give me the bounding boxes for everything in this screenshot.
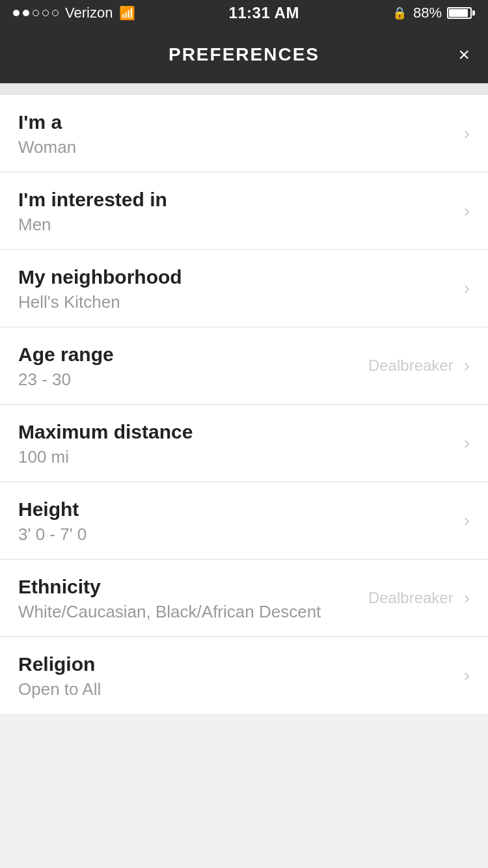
battery-percentage: 88% xyxy=(413,5,442,21)
lock-icon: 🔒 xyxy=(392,6,407,20)
chevron-icon-max-distance: › xyxy=(464,433,470,454)
pref-item-religion[interactable]: ReligionOpen to All› xyxy=(0,637,488,714)
pref-label-max-distance: Maximum distance xyxy=(18,419,464,444)
page-title: PREFERENCES xyxy=(169,44,319,65)
pref-right-ethnicity: Dealbreaker› xyxy=(368,588,470,608)
chevron-icon-religion: › xyxy=(464,665,470,686)
pref-left-height: Height3' 0 - 7' 0 xyxy=(18,496,464,545)
pref-right-religion: › xyxy=(464,665,470,686)
status-right: 🔒 88% xyxy=(392,5,475,21)
battery-icon xyxy=(447,7,475,19)
pref-right-interested-in: › xyxy=(464,200,470,221)
pref-right-neighborhood: › xyxy=(464,278,470,299)
pref-label-religion: Religion xyxy=(18,651,464,677)
pref-left-max-distance: Maximum distance100 mi xyxy=(18,419,464,467)
pref-left-ethnicity: EthnicityWhite/Caucasian, Black/African … xyxy=(18,574,368,622)
dealbreaker-label-ethnicity: Dealbreaker xyxy=(368,589,454,607)
pref-value-height: 3' 0 - 7' 0 xyxy=(18,524,464,545)
pref-label-age-range: Age range xyxy=(18,342,368,367)
pref-label-interested-in: I'm interested in xyxy=(18,187,464,212)
pref-value-religion: Open to All xyxy=(18,679,464,699)
pref-value-max-distance: 100 mi xyxy=(18,447,464,467)
chevron-icon-height: › xyxy=(464,510,470,531)
wifi-icon: 📶 xyxy=(119,5,135,21)
status-bar: Verizon 📶 11:31 AM 🔒 88% xyxy=(0,0,488,26)
status-time: 11:31 AM xyxy=(228,4,299,22)
chevron-icon-ethnicity: › xyxy=(464,588,470,608)
close-button[interactable]: × xyxy=(458,45,470,64)
pref-left-age-range: Age range23 - 30 xyxy=(18,342,368,390)
chevron-icon-im-a: › xyxy=(464,123,470,144)
pref-value-neighborhood: Hell's Kitchen xyxy=(18,292,464,312)
pref-right-max-distance: › xyxy=(464,433,470,454)
pref-right-age-range: Dealbreaker› xyxy=(368,355,470,376)
pref-left-neighborhood: My neighborhoodHell's Kitchen xyxy=(18,264,464,312)
pref-right-height: › xyxy=(464,510,470,531)
pref-label-ethnicity: Ethnicity xyxy=(18,574,368,599)
signal-dot-4 xyxy=(42,10,49,16)
chevron-icon-neighborhood: › xyxy=(464,278,470,299)
pref-left-religion: ReligionOpen to All xyxy=(18,651,464,699)
signal-dots xyxy=(13,10,59,16)
section-gap xyxy=(0,83,488,95)
signal-dot-2 xyxy=(23,10,29,16)
nav-bar: PREFERENCES × xyxy=(0,26,488,83)
pref-value-interested-in: Men xyxy=(18,215,464,235)
chevron-icon-age-range: › xyxy=(464,355,470,376)
pref-left-interested-in: I'm interested inMen xyxy=(18,187,464,235)
pref-item-age-range[interactable]: Age range23 - 30Dealbreaker› xyxy=(0,327,488,405)
chevron-icon-interested-in: › xyxy=(464,200,470,221)
bottom-area xyxy=(0,714,488,868)
signal-dot-5 xyxy=(52,10,59,16)
pref-label-im-a: I'm a xyxy=(18,109,464,135)
pref-value-ethnicity: White/Caucasian, Black/African Descent xyxy=(18,602,368,622)
pref-value-age-range: 23 - 30 xyxy=(18,370,368,390)
pref-item-neighborhood[interactable]: My neighborhoodHell's Kitchen› xyxy=(0,250,488,327)
pref-value-im-a: Woman xyxy=(18,137,464,157)
carrier-label: Verizon xyxy=(65,5,113,21)
signal-dot-3 xyxy=(33,10,39,16)
pref-item-ethnicity[interactable]: EthnicityWhite/Caucasian, Black/African … xyxy=(0,560,488,637)
pref-right-im-a: › xyxy=(464,123,470,144)
pref-item-interested-in[interactable]: I'm interested inMen› xyxy=(0,172,488,250)
pref-label-height: Height xyxy=(18,496,464,522)
pref-left-im-a: I'm aWoman xyxy=(18,109,464,157)
dealbreaker-label-age-range: Dealbreaker xyxy=(368,357,454,375)
pref-label-neighborhood: My neighborhood xyxy=(18,264,464,290)
preferences-list: I'm aWoman›I'm interested inMen›My neigh… xyxy=(0,95,488,714)
signal-dot-1 xyxy=(13,10,20,16)
pref-item-max-distance[interactable]: Maximum distance100 mi› xyxy=(0,405,488,482)
status-left: Verizon 📶 xyxy=(13,5,135,21)
pref-item-im-a[interactable]: I'm aWoman› xyxy=(0,95,488,172)
pref-item-height[interactable]: Height3' 0 - 7' 0› xyxy=(0,482,488,560)
